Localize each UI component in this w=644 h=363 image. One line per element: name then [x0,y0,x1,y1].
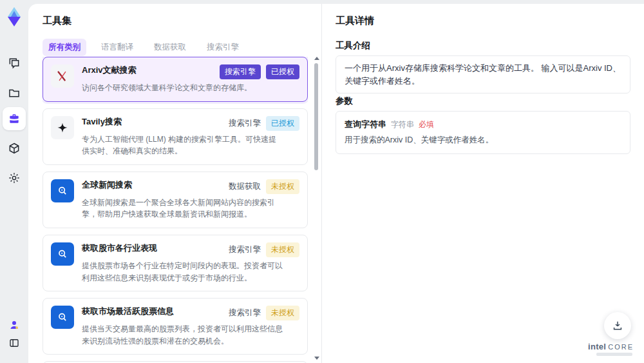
param-required-badge: 必填 [419,119,434,130]
tab-all-categories[interactable]: 所有类别 [43,39,86,56]
param-box: 查询字符串 字符串 必填 用于搜索的Arxiv ID、关键字或作者姓名。 [336,111,630,154]
detail-title: 工具详情 [336,15,374,27]
param-name: 查询字符串 [345,119,386,130]
param-description: 用于搜索的Arxiv ID、关键字或作者姓名。 [345,135,621,146]
arxiv-logo-icon [51,64,74,88]
category-tabs: 所有类别 语言翻译 数据获取 搜索引擎 [43,39,245,56]
intel-logo-underline [596,353,632,356]
scrollbar-thumb[interactable] [314,63,318,170]
download-button[interactable] [604,312,631,339]
tool-name: Arxiv文献搜索 [82,64,137,76]
tool-detail-panel: 工具详情 工具介绍 一个用于从Arxiv存储库搜索科学论文和文章的工具。 输入可… [323,4,644,363]
sidebar [0,0,28,363]
intel-brand-text: intel [588,342,606,351]
download-icon [611,319,624,332]
param-type: 字符串 [391,119,414,130]
tool-description: 提供股票市场各个行业在特定时间段内的表现。投资者可以利用这些信息来识别表现优于或… [82,260,299,284]
tool-description: 专为人工智能代理 (LLM) 构建的搜索引擎工具。可快速提供实时、准确和真实的结… [82,133,299,157]
category-label: 搜索引擎 [229,118,261,129]
magnifier-icon [51,242,74,266]
app-window: 工具集 所有类别 语言翻译 数据获取 搜索引擎 [0,0,644,363]
params-section-title: 参数 [336,95,353,107]
intro-text: 一个用于从Arxiv存储库搜索科学论文和文章的工具。 输入可以是Arxiv ID… [345,62,621,87]
tool-name: 获取股市各行业表现 [82,242,157,254]
folder-icon[interactable] [3,81,26,104]
tab-data-fetch[interactable]: 数据获取 [148,39,192,56]
sparkle-star-icon [51,116,74,139]
category-badge: 搜索引擎 [220,64,261,79]
tool-card-arxiv[interactable]: Arxiv文献搜索 搜索引擎 已授权 访问各个研究领域大量科学论文和文章的存储库… [43,57,308,102]
scroll-up-icon[interactable] [314,57,319,60]
category-label: 数据获取 [229,181,261,192]
scroll-down-icon[interactable] [314,357,319,360]
gear-icon[interactable] [3,166,26,190]
status-badge: 未授权 [266,242,299,257]
tool-card-global-news[interactable]: 全球新闻搜索 数据获取 未授权 全球新闻搜索是一个聚合全球各大新闻网站内容的搜索… [43,172,308,228]
category-label: 搜索引擎 [229,244,261,255]
tool-card-tavily[interactable]: Tavily搜索 搜索引擎 已授权 专为人工智能代理 (LLM) 构建的搜索引擎… [43,108,308,165]
tool-card-most-active-stocks[interactable]: 获取市场最活跃股票信息 搜索引擎 未授权 提供当天交易量最高的股票列表，投资者可… [43,298,308,355]
toolbox-icon[interactable] [3,107,26,130]
app-logo[interactable] [3,6,25,28]
tool-description: 访问各个研究领域大量科学论文和文章的存储库。 [82,82,299,94]
status-badge: 未授权 [266,179,299,194]
status-badge: 未授权 [266,306,299,320]
intro-section-title: 工具介绍 [336,40,370,52]
scrollbar[interactable] [313,55,319,361]
category-label: 搜索引擎 [229,308,261,319]
cube-icon[interactable] [3,137,26,160]
tab-search-engine[interactable]: 搜索引擎 [201,39,245,56]
main-panel: 工具集 所有类别 语言翻译 数据获取 搜索引擎 [28,4,644,363]
tool-list: Arxiv文献搜索 搜索引擎 已授权 访问各个研究领域大量科学论文和文章的存储库… [43,57,308,363]
panel-toggle-icon[interactable] [3,331,26,355]
intel-core-logo: intel CORE [588,342,634,351]
tool-name: 获取市场最活跃股票信息 [82,306,174,317]
tool-card-sector-performance[interactable]: 获取股市各行业表现 搜索引擎 未授权 提供股票市场各个行业在特定时间段内的表现。… [43,235,308,291]
chat-icon[interactable] [3,52,26,75]
tool-list-panel: 工具集 所有类别 语言翻译 数据获取 搜索引擎 [28,4,322,363]
tool-description: 全球新闻搜索是一个聚合全球各大新闻网站内容的搜索引擎，帮助用户快速获取全球最新资… [82,197,299,221]
intel-core-text: CORE [608,343,634,351]
tool-description: 提供当天交易量最高的股票列表，投资者可以利用这些信息来识别流动性强的股票和潜在的… [82,323,299,347]
tab-language-translation[interactable]: 语言翻译 [95,39,139,56]
magnifier-icon [51,306,74,329]
tool-name: Tavily搜索 [82,116,122,128]
intro-box: 一个用于从Arxiv存储库搜索科学论文和文章的工具。 输入可以是Arxiv ID… [336,55,630,93]
page-title: 工具集 [43,15,71,27]
status-badge: 已授权 [266,116,299,131]
magnifier-icon [51,179,74,202]
tool-name: 全球新闻搜索 [82,179,132,191]
status-badge: 已授权 [266,64,299,79]
